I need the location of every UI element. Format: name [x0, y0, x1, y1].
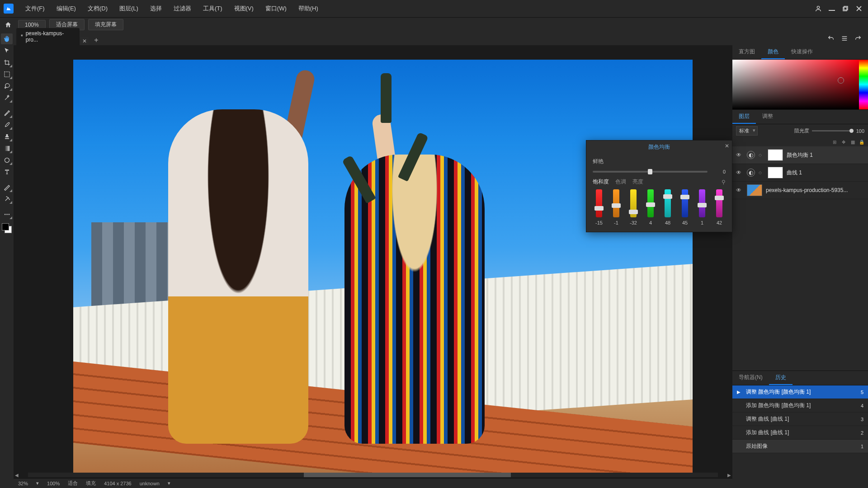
- lock-icon[interactable]: 🔒: [858, 138, 865, 145]
- settings-icon[interactable]: ⚲: [722, 179, 726, 185]
- stamp-tool[interactable]: [1, 131, 13, 142]
- history-item[interactable]: 添加 曲线 [曲线 1]2: [732, 426, 868, 440]
- layer-name[interactable]: 曲线 1: [787, 169, 864, 177]
- canvas[interactable]: ◀ ▶: [14, 45, 732, 478]
- account-icon[interactable]: [813, 3, 824, 14]
- shape-tool[interactable]: [1, 155, 13, 165]
- tab-histogram[interactable]: 直方图: [732, 45, 761, 59]
- gradient-tool[interactable]: [1, 143, 13, 154]
- minimize-icon[interactable]: [826, 3, 837, 14]
- visibility-icon[interactable]: 👁: [736, 187, 743, 193]
- hue-slider-2[interactable]: [630, 189, 637, 217]
- app-icon[interactable]: [4, 4, 14, 14]
- more-tool[interactable]: [1, 209, 13, 220]
- lock-pixels-icon[interactable]: ▦: [849, 138, 856, 145]
- layer-mask-thumb[interactable]: [768, 167, 783, 178]
- color-picker[interactable]: [732, 60, 868, 109]
- visibility-icon[interactable]: 👁: [736, 169, 743, 176]
- menu-icon[interactable]: [841, 35, 848, 42]
- status-fill[interactable]: 填充: [86, 480, 96, 487]
- hue-slider-3[interactable]: [647, 189, 654, 217]
- scroll-left-icon[interactable]: ◀: [14, 472, 20, 478]
- document-tab[interactable]: * pexels-kampus-pro...: [16, 28, 80, 45]
- chevron-down-icon[interactable]: ▾: [168, 480, 170, 486]
- layer-name[interactable]: 颜色均衡 1: [787, 151, 864, 159]
- layer-thumb[interactable]: [747, 184, 762, 196]
- tab-luminance[interactable]: 亮度: [632, 178, 643, 186]
- close-icon[interactable]: [854, 3, 864, 14]
- move-tool[interactable]: [1, 45, 13, 56]
- tab-color[interactable]: 颜色: [761, 45, 785, 59]
- hand-tool[interactable]: [1, 33, 13, 44]
- color-cursor-icon[interactable]: [838, 77, 844, 84]
- hue-slider-7[interactable]: [716, 189, 722, 217]
- menu-layer[interactable]: 图层(L): [114, 3, 144, 14]
- visibility-icon[interactable]: 👁: [736, 152, 743, 158]
- menu-select[interactable]: 选择: [145, 3, 167, 14]
- tab-adjust[interactable]: 调整: [756, 110, 779, 124]
- redo-icon[interactable]: [854, 35, 862, 42]
- hue-slider-1[interactable]: [613, 189, 619, 217]
- menu-document[interactable]: 文档(D): [82, 3, 113, 14]
- menu-tools[interactable]: 工具(T): [198, 3, 228, 14]
- history-item[interactable]: ▶调整 颜色均衡 [颜色均衡 1]5: [732, 385, 868, 399]
- tab-navigator[interactable]: 导航器(N): [732, 371, 769, 385]
- menu-window[interactable]: 窗口(W): [260, 3, 292, 14]
- tab-history[interactable]: 历史: [769, 371, 793, 385]
- tab-close-icon[interactable]: ✕: [80, 37, 89, 45]
- status-zoom2[interactable]: 100%: [47, 481, 60, 486]
- menu-edit[interactable]: 编辑(E): [51, 3, 81, 14]
- layer-mask-thumb[interactable]: [768, 149, 783, 161]
- opacity-slider[interactable]: [812, 130, 854, 131]
- text-tool[interactable]: [1, 166, 13, 177]
- color-balance-dialog[interactable]: 颜色均衡 ✕ 鲜艳 0 饱和度 色调 亮度 ⚲ -15-1-3244845142: [586, 140, 732, 232]
- hue-slider-5[interactable]: [682, 189, 688, 217]
- horizontal-scrollbar[interactable]: ◀ ▶: [14, 472, 732, 478]
- layer-name[interactable]: pexels-kampus-production-5935...: [766, 187, 864, 193]
- tab-quick-actions[interactable]: 快速操作: [785, 45, 819, 59]
- lock-position-icon[interactable]: ✥: [840, 138, 847, 145]
- menu-filter[interactable]: 过滤器: [168, 3, 197, 14]
- crop-tool[interactable]: [1, 57, 13, 68]
- layer-row[interactable]: 👁 pexels-kampus-production-5935...: [732, 182, 868, 199]
- hue-slider-4[interactable]: [665, 189, 671, 217]
- marquee-tool[interactable]: [1, 69, 13, 80]
- hue-slider-6[interactable]: [699, 189, 705, 217]
- vibrance-slider[interactable]: [593, 171, 708, 173]
- status-fit[interactable]: 适合: [68, 480, 78, 487]
- history-item[interactable]: 添加 颜色均衡 [颜色均衡 1]4: [732, 399, 868, 413]
- menu-file[interactable]: 文件(F): [20, 3, 50, 14]
- tab-layers[interactable]: 图层: [732, 110, 756, 124]
- tab-saturation[interactable]: 饱和度: [593, 178, 609, 186]
- link-icon[interactable]: ◇: [759, 153, 764, 157]
- link-icon[interactable]: ◇: [759, 170, 764, 175]
- lasso-tool[interactable]: [1, 80, 13, 91]
- heal-tool[interactable]: [1, 193, 13, 204]
- home-icon[interactable]: [2, 19, 14, 31]
- wand-tool[interactable]: [1, 92, 13, 103]
- menu-view[interactable]: 视图(V): [229, 3, 259, 14]
- menu-help[interactable]: 帮助(H): [293, 3, 324, 14]
- dodge-tool[interactable]: [1, 182, 13, 192]
- eyedropper-tool[interactable]: [1, 108, 13, 118]
- history-item[interactable]: 原始图像1: [732, 440, 868, 453]
- hue-slider-0[interactable]: [596, 189, 602, 217]
- hue-slider[interactable]: [859, 60, 868, 109]
- maximize-icon[interactable]: [840, 3, 851, 14]
- layer-row[interactable]: 👁 ◐ ◇ 曲线 1: [732, 164, 868, 182]
- tab-hue[interactable]: 色调: [615, 178, 626, 186]
- chevron-down-icon[interactable]: ▾: [36, 480, 39, 486]
- tab-add-icon[interactable]: +: [91, 35, 101, 45]
- blend-mode-select[interactable]: 标准: [736, 126, 758, 136]
- scroll-right-icon[interactable]: ▶: [726, 472, 732, 478]
- fill-screen-button[interactable]: 填充屏幕: [88, 19, 123, 30]
- dialog-title[interactable]: 颜色均衡 ✕: [586, 141, 732, 153]
- layer-row[interactable]: 👁 ◐ ◇ 颜色均衡 1: [732, 146, 868, 164]
- history-item[interactable]: 调整 曲线 [曲线 1]3: [732, 413, 868, 426]
- color-swatch[interactable]: [2, 223, 12, 233]
- lock-all-icon[interactable]: ⊞: [831, 138, 838, 145]
- undo-icon[interactable]: [827, 35, 835, 42]
- brush-tool[interactable]: [1, 119, 13, 130]
- close-icon[interactable]: ✕: [725, 143, 729, 149]
- status-zoom[interactable]: 32%: [18, 481, 28, 486]
